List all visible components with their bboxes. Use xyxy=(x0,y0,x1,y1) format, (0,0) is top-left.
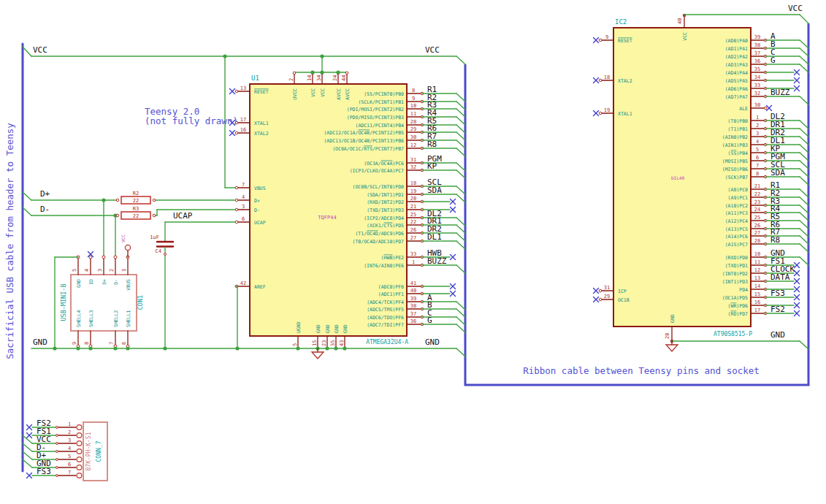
junction-dot xyxy=(235,346,239,350)
ic2-pin-name: (AIN1)PB3 xyxy=(722,142,748,148)
note-left-cable: Sacrificial USB cable from header to Tee… xyxy=(4,123,15,359)
u1-pin-name: (ADC7/TDI)PF7 xyxy=(367,322,404,328)
u1-pin-number: 36 xyxy=(410,318,416,324)
pin-end-circle xyxy=(235,186,238,189)
con1-pin-name: ID xyxy=(88,279,94,285)
u1-pin-number: 6 xyxy=(242,216,245,222)
net-label-fs3: FS3 xyxy=(770,289,785,298)
u1-pin-number: 1 xyxy=(412,259,415,265)
ic2-pin-number: 19 xyxy=(604,107,610,113)
conn7-pin-circle xyxy=(77,465,82,470)
ic2-pin-name: (TXD)PD1 xyxy=(725,263,748,269)
ic2-pin-number: 40 xyxy=(677,18,683,24)
u1-pin-name: GND xyxy=(334,324,340,333)
u1-pin-name: GND xyxy=(325,324,331,333)
junction-dot xyxy=(88,346,92,350)
net-label-fs3: FS3 xyxy=(37,467,51,476)
ic2-pin-number: 33 xyxy=(754,83,760,88)
conn7-pin-number: 5 xyxy=(68,454,71,459)
con1-pin-name: SHELL4 xyxy=(76,310,82,327)
con1-value: USB-MINI-B xyxy=(60,283,67,321)
ic2-reference: IC2 xyxy=(615,18,627,26)
u1-pin-number: 27 xyxy=(410,235,416,241)
junction-dot xyxy=(113,346,117,350)
pin-end-circle xyxy=(599,298,602,301)
u1-pin-number: 28 xyxy=(410,119,416,125)
ic2-pin-number: 35 xyxy=(754,66,760,72)
u1-pin-name: VBUS xyxy=(254,186,266,191)
ic2-pin-name: ALE xyxy=(739,106,748,112)
u1-pin-number: 11 xyxy=(410,111,416,117)
ic2-pin-number: 36 xyxy=(754,58,760,64)
u1-pin-name: (T0/OC4D/ADC10)PD7 xyxy=(353,239,405,245)
ic2-pin-number: 13 xyxy=(754,275,760,281)
con1-pin-name: D- xyxy=(113,279,119,285)
u1-pin-number: 41 xyxy=(410,280,416,286)
u1-pin-number: 19 xyxy=(410,188,416,194)
ic2-pin-name: OC1B xyxy=(618,297,630,303)
ic2-pin-number: 32 xyxy=(754,91,760,96)
junction-dot xyxy=(163,346,167,350)
pin-end-circle xyxy=(599,289,602,292)
junction-dot xyxy=(320,70,324,74)
ic2-pin-number: 27 xyxy=(754,230,760,236)
u1-pin-name: (PDO/MISO/PCINT3)PB3 xyxy=(347,115,404,121)
u1-pin-number: 8 xyxy=(412,88,415,93)
pin-end-circle xyxy=(116,199,119,202)
con1-pin-name: D+ xyxy=(102,279,107,285)
ic2-pin-name: (A13)PC5 xyxy=(725,226,748,232)
conn7-pin-number: 1 xyxy=(68,421,71,427)
u1-pin-number: 15 xyxy=(312,340,318,346)
net-label-sda: SDA xyxy=(427,186,442,195)
pin-end-circle xyxy=(56,443,58,445)
ic2-pin-number: 9 xyxy=(605,34,608,40)
ic2-pin-number: 38 xyxy=(754,42,760,48)
con1-pin-number: 9 xyxy=(72,342,77,345)
ic2-pin-number: 2 xyxy=(756,123,759,129)
ic2-pin-number: 23 xyxy=(754,199,760,205)
u1-pin-number: 21 xyxy=(410,204,416,210)
con1-pin-name: SHELL3 xyxy=(88,310,94,327)
ic2-pin-number: 26 xyxy=(754,223,760,229)
u1-pin-name: UGND xyxy=(296,321,302,333)
con1-pin-number: 5 xyxy=(72,269,77,272)
pin-end-circle xyxy=(599,39,602,42)
pin-end-circle xyxy=(116,214,119,217)
u1-pin-name: XTAL1 xyxy=(254,121,269,126)
pin-end-circle xyxy=(345,72,348,75)
pin-end-circle xyxy=(235,199,238,202)
net-label-ucap: UCAP xyxy=(173,211,193,221)
ic2-pin-name: (AD7)PA7 xyxy=(725,94,748,100)
u1-pin-name: AVCC xyxy=(345,88,351,100)
u1-pin-number: 38 xyxy=(410,303,416,309)
u1-pin-number: 16 xyxy=(240,127,246,133)
u1-pin-name: (HWB)PE2 xyxy=(381,255,404,261)
u1-pin-number: 9 xyxy=(412,96,415,102)
note-teensy: (not fully drawn) xyxy=(145,115,238,126)
u1-pin-number: 42 xyxy=(240,280,246,286)
pin-end-circle xyxy=(599,112,602,115)
junction-dot xyxy=(343,346,346,350)
u1-pin-number: 3 xyxy=(242,204,245,210)
net-label-fs2: FS2 xyxy=(770,305,785,314)
ic2-pin-number: 31 xyxy=(604,285,610,291)
conn7-value: B7K-PH-K-S1 xyxy=(85,432,92,470)
ic2-pin-name: (RXD)PD0 xyxy=(725,255,748,261)
net-label-dplus: D+ xyxy=(40,189,50,199)
junction-dot xyxy=(126,346,129,350)
u1-pin-name: (RXD/INT2)PD2 xyxy=(367,199,404,205)
u1-pin-number: 23 xyxy=(321,340,327,346)
ic2-pin-number: 10 xyxy=(754,251,760,257)
ic2-pin-number: 18 xyxy=(604,75,610,80)
u1-pin-number: 13 xyxy=(240,85,246,91)
schematic-canvas[interactable]: VCCVCCGNDGNDU1TQFP44ATMEGA32U4-A2UVCC14V… xyxy=(0,0,826,504)
ic2-pin-number: 24 xyxy=(754,207,760,213)
ic2-pin-name: GND xyxy=(670,314,676,323)
u1-pin-name: UVCC xyxy=(292,88,298,100)
ic2-pin-number: 15 xyxy=(754,291,760,297)
u1-pin-name: (ICP3/CLKO/OC4A)PC7 xyxy=(350,168,404,174)
ic2-pin-name: (WR)PD6 xyxy=(728,303,748,309)
net-label-vcc: VCC xyxy=(33,45,47,55)
ic2-pin-number: 28 xyxy=(754,238,760,244)
u1-pin-name: (ADC1)PF1 xyxy=(378,291,404,297)
